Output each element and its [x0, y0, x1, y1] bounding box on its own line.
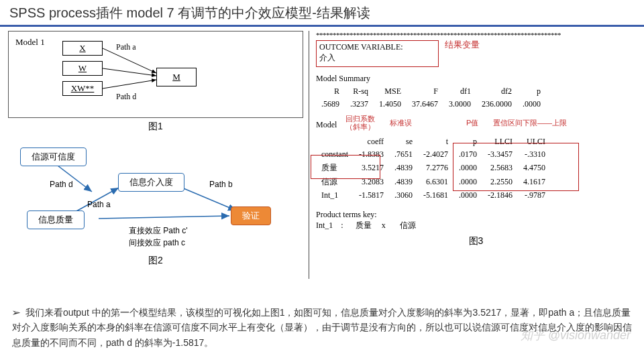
body-paragraph: 我们来看output 中的第一个模型结果，该模型的可视化如上图1，如图可知，信息… [12, 307, 632, 348]
fig1-caption: 图1 [8, 121, 303, 133]
outcome-variable-label: OUTCOME VARIABLE: [319, 42, 403, 52]
fig2-node-credibility: 信源可信度 [20, 147, 87, 166]
table-row: .5689.32371.405037.64673.0000236.0000.00… [316, 98, 546, 111]
fig2-node-quality: 信息质量 [27, 210, 85, 229]
outcome-variable-value: 介入 [319, 52, 403, 64]
figure-1: Model 1 X W XW** M Path a Path d [8, 31, 303, 118]
fig3-caption: 图3 [316, 235, 636, 247]
ann-coef: 回归系数 （斜率） [345, 115, 375, 131]
fig2-path-b-label: Path b [209, 180, 233, 189]
fig2-indirect-label: 间接效应 path c [129, 237, 185, 249]
model-table: coeffsetpLLCIULCI constant-1.8383.7651-2… [316, 135, 551, 202]
fig2-node-intervention: 信息介入度 [118, 173, 184, 192]
model-summary-table: RR-sqMSEFdf1df2p .5689.32371.405037.6467… [316, 85, 546, 111]
ann-se: 标准误 [390, 119, 412, 127]
table-row: 质量3.5217.48397.2776.00002.56834.4750 [316, 161, 551, 175]
model-section: Model 回归系数 （斜率） 标准误 P值 置信区间下限——上限 coeffs… [316, 120, 636, 202]
asterisk-divider: ****************************************… [316, 31, 636, 39]
table-row: 信源3.2083.48396.6301.00002.25504.1617 [316, 175, 551, 189]
model-summary-label: Model Summary [316, 74, 636, 84]
fig2-path-a-label: Path a [87, 200, 111, 209]
ann-p: P值 [466, 119, 478, 127]
model-label: Model [316, 120, 337, 130]
body-text: ➢ 我们来看output 中的第一个模型结果，该模型的可视化如上图1，如图可知，… [12, 305, 632, 350]
page-title: SPSS process插件 model 7 有调节的中介效应模型-结果解读 [0, 0, 644, 25]
right-column: ****************************************… [309, 31, 636, 279]
left-column: Model 1 X W XW** M Path a Path d 图1 [8, 31, 303, 279]
table-row: constant-1.8383.7651-2.4027.0170-3.3457-… [316, 148, 551, 161]
fig2-node-verify: 验证 [231, 206, 271, 225]
model-summary-section: Model Summary RR-sqMSEFdf1df2p .5689.323… [316, 74, 636, 111]
figure-2: 信源可信度 信息介入度 信息质量 验证 Path d Path a Path b… [8, 145, 303, 252]
product-terms-section: Product terms key: Int_1 : 质量 x 信源 [316, 210, 636, 231]
svg-line-6 [99, 216, 229, 219]
fig1-arrows [9, 32, 303, 117]
outcome-variable-annotation: 结果变量 [445, 39, 480, 51]
ptk-label: Product terms key: [316, 210, 636, 220]
fig2-caption: 图2 [8, 255, 303, 267]
outcome-variable-box: OUTCOME VARIABLE: 介入 [316, 40, 439, 67]
table-row: Int_1-1.5817.3060-5.1681.0000-2.1846-.97… [316, 189, 551, 202]
ann-ci: 置信区间下限——上限 [493, 119, 567, 127]
fig2-direct-label: 直接效应 Path c' [129, 225, 188, 237]
title-underline [0, 25, 644, 27]
content-area: Model 1 X W XW** M Path a Path d 图1 [0, 31, 644, 279]
fig2-path-d-label: Path d [50, 180, 73, 189]
table-row: RR-sqMSEFdf1df2p [316, 85, 546, 98]
table-row: coeffsetpLLCIULCI [316, 135, 551, 148]
bullet-icon: ➢ [11, 305, 21, 320]
svg-line-2 [103, 80, 156, 88]
ptk-line: Int_1 : 质量 x 信源 [316, 220, 636, 231]
